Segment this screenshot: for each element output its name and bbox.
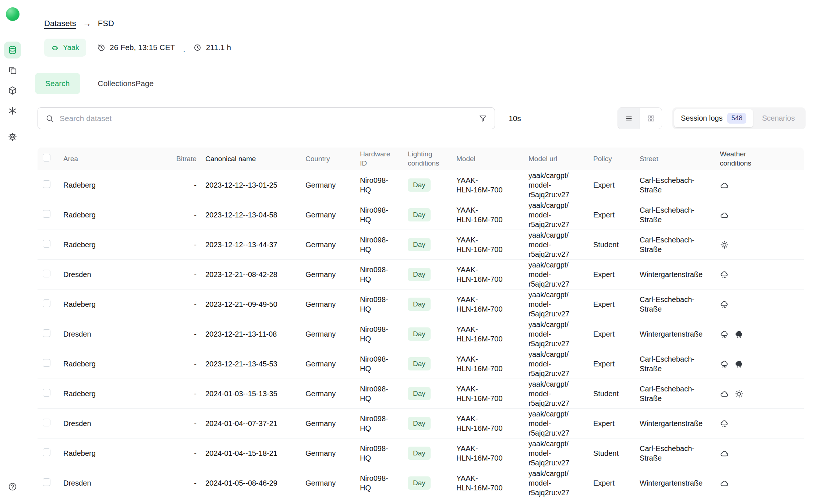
cell-bitrate: -: [167, 180, 205, 190]
cloud-icon: [720, 210, 729, 220]
column-header-area[interactable]: Area: [63, 155, 167, 164]
rain-icon: [720, 300, 729, 309]
select-all-checkbox[interactable]: [43, 154, 50, 162]
cell-bitrate: -: [167, 419, 205, 428]
sidebar-item-cube[interactable]: [4, 82, 21, 99]
row-checkbox[interactable]: [43, 270, 50, 277]
column-header-bitrate[interactable]: Bitrate: [167, 155, 205, 164]
cloud-icon: [720, 479, 729, 488]
cell-policy: Expert: [593, 419, 640, 428]
cell-canonical-name: 2023-12-21--08-42-28: [205, 270, 305, 279]
cell-hardware-id: Niro098- HQ: [360, 295, 408, 314]
session-logs-toggle[interactable]: Session logs 548: [674, 109, 753, 127]
tab-search[interactable]: Search: [35, 73, 80, 94]
filter-icon[interactable]: [478, 114, 487, 123]
cell-street: Carl-Eschebach- Straße: [640, 384, 720, 403]
cell-street: Wintergartenstraße: [640, 329, 720, 339]
vehicle-badge[interactable]: Yaak: [44, 39, 86, 57]
table-row[interactable]: Radeberg - 2023-12-21--09-49-50 Germany …: [38, 290, 804, 319]
column-header-lighting[interactable]: Lighting conditions: [408, 150, 456, 168]
cell-model-url: yaak/cargpt/ model- r5ajq2ru:v27: [528, 379, 593, 408]
table-row[interactable]: Dresden - 2023-12-21--08-42-28 Germany N…: [38, 260, 804, 290]
cell-lighting-conditions: Day: [408, 327, 456, 341]
row-checkbox[interactable]: [43, 359, 50, 367]
breadcrumb-datasets-link[interactable]: Datasets: [44, 19, 76, 28]
cell-hardware-id: Niro098- HQ: [360, 205, 408, 224]
cell-street: Wintergartenstraße: [640, 270, 720, 279]
sidebar-item-help[interactable]: [5, 479, 20, 494]
table-row[interactable]: Dresden - 2024-01-04--07-37-21 Germany N…: [38, 409, 804, 439]
column-header-modelurl[interactable]: Model url: [528, 155, 593, 164]
column-header-country[interactable]: Country: [305, 155, 360, 164]
row-checkbox[interactable]: [43, 419, 50, 426]
sun-icon: [720, 240, 729, 249]
row-checkbox[interactable]: [43, 240, 50, 248]
cell-lighting-conditions: Day: [408, 417, 456, 430]
column-header-policy[interactable]: Policy: [593, 155, 640, 164]
cell-bitrate: -: [167, 210, 205, 220]
clock-history-icon: [97, 43, 106, 52]
cell-weather-conditions: [720, 300, 779, 309]
cell-lighting-conditions: Day: [408, 476, 456, 490]
cell-hardware-id: Niro098- HQ: [360, 175, 408, 195]
cell-hardware-id: Niro098- HQ: [360, 414, 408, 433]
cell-policy: Expert: [593, 180, 640, 190]
row-checkbox[interactable]: [43, 389, 50, 397]
app-logo[interactable]: [6, 7, 20, 21]
row-checkbox[interactable]: [43, 210, 50, 218]
cell-policy: Expert: [593, 210, 640, 220]
clock-icon: [193, 43, 202, 52]
table-row[interactable]: Radeberg - 2023-12-12--13-01-25 Germany …: [38, 170, 804, 200]
table-row[interactable]: Radeberg - 2024-01-04--15-18-21 Germany …: [38, 439, 804, 468]
cell-bitrate: -: [167, 299, 205, 309]
row-checkbox[interactable]: [43, 448, 50, 456]
settings-icon: [8, 132, 17, 142]
cell-country: Germany: [305, 448, 360, 458]
search-input[interactable]: [60, 114, 473, 123]
cell-area: Radeberg: [63, 299, 167, 309]
row-checkbox[interactable]: [43, 478, 50, 486]
row-checkbox[interactable]: [43, 299, 50, 307]
sidebar-item-database[interactable]: [4, 42, 21, 58]
table-row[interactable]: Radeberg - 2023-12-21--13-45-53 Germany …: [38, 349, 804, 379]
column-header-canonical[interactable]: Canonical name: [205, 155, 305, 164]
database-icon: [8, 45, 17, 55]
lighting-badge: Day: [408, 208, 431, 222]
sidebar-bottom: [5, 479, 20, 494]
page-title: FSD: [98, 19, 114, 28]
row-checkbox[interactable]: [43, 180, 50, 188]
lighting-badge: Day: [408, 327, 431, 341]
cell-area: Dresden: [63, 478, 167, 488]
sidebar-item-workflow[interactable]: [4, 102, 21, 119]
cell-bitrate: -: [167, 389, 205, 398]
cell-street: Carl-Eschebach- Straße: [640, 354, 720, 373]
list-view-button[interactable]: [618, 108, 640, 129]
row-select-cell: [38, 180, 63, 190]
table-row[interactable]: Radeberg - 2023-12-12--13-44-37 Germany …: [38, 230, 804, 260]
tab-collections-page[interactable]: CollectionsPage: [98, 73, 154, 94]
cell-canonical-name: 2024-01-05--08-46-29: [205, 478, 305, 488]
scenarios-toggle[interactable]: Scenarios: [753, 109, 804, 127]
table-body: Radeberg - 2023-12-12--13-01-25 Germany …: [38, 170, 804, 498]
cell-model-url: yaak/cargpt/ model- r5ajq2ru:v27: [528, 349, 593, 378]
grid-view-button[interactable]: [640, 108, 662, 129]
table-row[interactable]: Dresden - 2024-01-05--08-46-29 Germany N…: [38, 468, 804, 498]
cell-area: Dresden: [63, 329, 167, 339]
cell-model-url: yaak/cargpt/ model- r5ajq2ru:v27: [528, 439, 593, 468]
rain-strong-icon: [735, 330, 744, 339]
sessions-table: AreaBitrateCanonical nameCountryHardware…: [38, 148, 804, 504]
table-row[interactable]: Radeberg - 2024-01-03--15-13-35 Germany …: [38, 379, 804, 409]
column-header-model[interactable]: Model: [456, 155, 528, 164]
cell-lighting-conditions: Day: [408, 178, 456, 192]
table-row[interactable]: Radeberg - 2023-12-12--13-04-58 Germany …: [38, 200, 804, 230]
column-header-street[interactable]: Street: [640, 155, 720, 164]
cell-canonical-name: 2024-01-04--15-18-21: [205, 448, 305, 458]
cube-icon: [8, 86, 17, 95]
table-row[interactable]: Dresden - 2023-12-21--13-11-08 Germany N…: [38, 319, 804, 349]
cell-model-url: yaak/cargpt/ model- r5ajq2ru:v27: [528, 171, 593, 199]
row-checkbox[interactable]: [43, 329, 50, 337]
column-header-hardware[interactable]: Hardware ID: [360, 150, 408, 168]
sidebar-item-collections[interactable]: [4, 62, 21, 79]
sidebar-item-settings[interactable]: [4, 128, 21, 145]
column-header-weather[interactable]: Weather conditions: [720, 150, 779, 168]
